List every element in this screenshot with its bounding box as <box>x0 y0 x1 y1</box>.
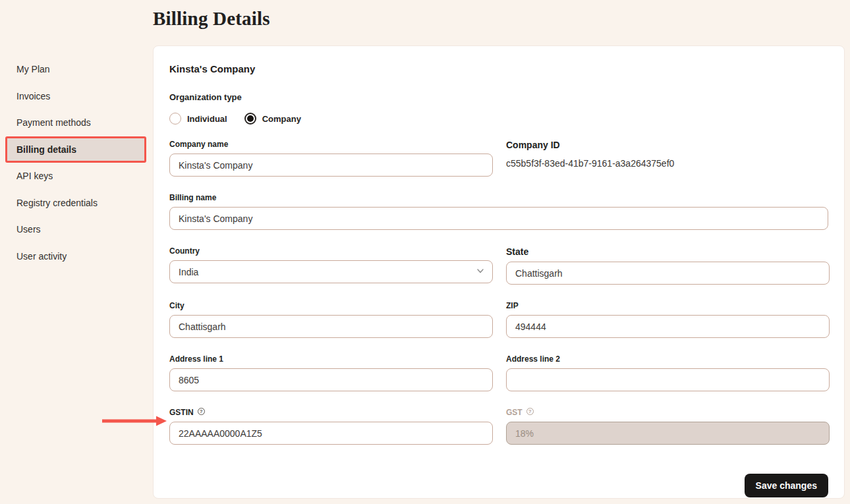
company-id-value: c55b5f3f-83ed-41b7-9161-a3a264375ef0 <box>506 158 830 169</box>
radio-company-label: Company <box>262 114 301 124</box>
city-input[interactable] <box>169 315 493 338</box>
company-name-input[interactable] <box>169 154 493 177</box>
state-label: State <box>506 246 830 257</box>
country-label: Country <box>169 246 493 256</box>
country-field-group: Country <box>169 246 493 285</box>
address1-field-group: Address line 1 <box>169 354 493 391</box>
radio-company[interactable]: Company <box>244 113 301 125</box>
address2-input[interactable] <box>506 368 830 391</box>
city-label: City <box>169 301 493 310</box>
red-arrow-right-icon <box>100 415 167 427</box>
gst-label: GST <box>506 408 523 417</box>
sidebar: My Plan Invoices Payment methods Billing… <box>0 56 153 269</box>
address2-label: Address line 2 <box>506 354 830 364</box>
radio-company-icon <box>244 113 256 125</box>
sidebar-item-payment-methods[interactable]: Payment methods <box>5 109 146 136</box>
state-field-group: State <box>506 246 830 285</box>
billing-details-page: { "page": { "title": "Billing Details" }… <box>0 0 850 504</box>
company-name-label: Company name <box>169 140 493 149</box>
company-id-label: Company ID <box>506 140 830 150</box>
address1-input[interactable] <box>169 368 493 391</box>
gst-field-group: GST ? <box>506 408 830 445</box>
sidebar-item-users[interactable]: Users <box>5 216 146 243</box>
zip-input[interactable] <box>506 315 830 338</box>
billing-name-input[interactable] <box>169 207 828 230</box>
gstin-input[interactable] <box>169 422 493 445</box>
state-input[interactable] <box>506 262 830 285</box>
gst-help-icon[interactable]: ? <box>526 408 534 415</box>
company-heading: Kinsta's Company <box>169 63 828 74</box>
save-changes-button[interactable]: Save changes <box>745 474 828 497</box>
organization-type-group: Individual Company <box>169 113 828 125</box>
company-name-field-group: Company name <box>169 140 493 177</box>
zip-field-group: ZIP <box>506 301 830 338</box>
page-title: Billing Details <box>153 8 270 30</box>
sidebar-item-billing-details[interactable]: Billing details <box>5 136 146 163</box>
sidebar-item-invoices[interactable]: Invoices <box>5 83 146 110</box>
gstin-field-group: GSTIN ? <box>169 408 493 445</box>
sidebar-item-registry-credentials[interactable]: Registry credentials <box>5 190 146 217</box>
sidebar-item-my-plan[interactable]: My Plan <box>5 56 146 83</box>
billing-form-card: Kinsta's Company Organization type Indiv… <box>153 45 845 499</box>
gstin-label: GSTIN <box>169 408 194 417</box>
address2-field-group: Address line 2 <box>506 354 830 391</box>
billing-name-label: Billing name <box>169 193 828 202</box>
radio-individual-icon <box>169 113 181 125</box>
city-field-group: City <box>169 301 493 338</box>
gstin-help-icon[interactable]: ? <box>198 408 205 415</box>
organization-type-label: Organization type <box>169 92 828 102</box>
country-select[interactable] <box>169 260 493 283</box>
sidebar-item-user-activity[interactable]: User activity <box>5 243 146 270</box>
address1-label: Address line 1 <box>169 354 493 364</box>
gst-input <box>506 422 830 445</box>
company-id-group: Company ID c55b5f3f-83ed-41b7-9161-a3a26… <box>506 140 830 177</box>
sidebar-item-api-keys[interactable]: API keys <box>5 163 146 190</box>
radio-individual[interactable]: Individual <box>169 113 227 125</box>
radio-individual-label: Individual <box>187 114 227 124</box>
zip-label: ZIP <box>506 301 830 310</box>
